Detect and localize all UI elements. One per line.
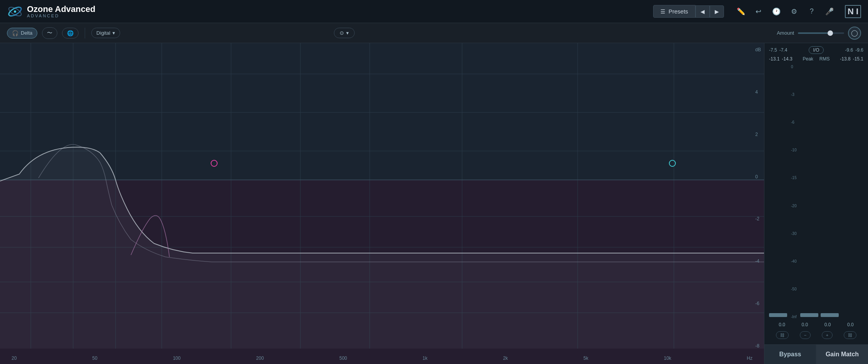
left-rms-2: -14.3 [782,56,792,62]
link-mid-minus[interactable]: − [800,331,811,339]
link-row: ⛓ − + ⛓ [767,329,865,341]
presets-area: ☰ Presets ◀ ▶ [653,5,724,18]
dropdown-arrow-icon: ▾ [112,30,115,36]
gain-match-button[interactable]: Gain Match [816,345,868,364]
globe-button[interactable]: 🌐 [62,28,79,39]
fader-val-1: 0.0 [779,322,785,327]
db-scale-n6: -6 [791,120,796,124]
right-peak-1: -9.6 [845,47,853,53]
waveform-button[interactable]: 〜 [42,27,57,39]
db-label-0: 0 [755,174,761,179]
eq-canvas [0,43,764,364]
digital-mode-button[interactable]: Digital ▾ [91,28,120,38]
fader-in-left[interactable] [769,313,787,317]
db-label-n2: -2 [755,216,761,221]
next-preset-button[interactable]: ▶ [710,5,724,18]
io-header: -7.5 -7.4 I/O -9.6 -9.6 [767,46,865,54]
amount-area: Amount ◯ [777,27,861,40]
right-peak-2: -9.6 [855,47,863,53]
bypass-button[interactable]: Bypass [764,345,816,364]
headphones-icon: 🎧 [12,30,18,36]
monitor-button[interactable]: ◯ [848,27,861,40]
hamburger-icon: ☰ [660,8,665,15]
ni-logo: N I [845,5,861,18]
db-scale-inf: -Inf [791,315,796,319]
left-rms-1: -13.1 [769,56,779,62]
globe-icon: 🌐 [67,30,74,36]
prev-preset-button[interactable]: ◀ [695,5,710,18]
stereo-link-button[interactable]: ⊙ ▾ [334,28,355,38]
db-label-n8: -8 [755,343,761,349]
rms-label: RMS [819,56,830,62]
db-label-n6: -6 [755,301,761,306]
amount-label: Amount [777,30,794,36]
hz-20: 20 [12,356,17,361]
delta-button[interactable]: 🎧 Delta [7,28,37,39]
link-left-button[interactable]: ⛓ [776,331,789,339]
stereo-dropdown-icon: ▾ [346,30,349,36]
history-icon[interactable]: 🕐 [771,7,782,16]
mic-icon[interactable]: 🎤 [824,7,835,16]
left-peak-2: -7.4 [779,47,788,53]
right-rms-vals: -13.8 -15.1 [840,56,863,62]
hz-500: 500 [339,356,347,361]
fader-values: 0.0 0.0 0.0 0.0 [767,320,865,329]
amount-slider-thumb[interactable] [828,30,833,36]
db-scale-n50: -50 [791,287,796,291]
mode-label: Digital [96,30,110,36]
settings-icon[interactable]: ⚙ [789,7,799,16]
right-peak-vals: -9.6 -9.6 [845,47,863,53]
link-right-button[interactable]: ⛓ [844,331,856,339]
bottom-buttons: Bypass Gain Match [764,344,868,364]
amount-slider[interactable] [798,32,844,34]
meters-container: 0 -3 -6 -10 -15 -20 -30 -40 -50 -Inf [767,63,865,320]
hz-50: 50 [92,356,97,361]
db-scale-n15: -15 [791,176,796,180]
db-label-unit: dB [755,47,761,52]
hz-2k: 2k [503,356,508,361]
db-label-2: 2 [755,132,761,137]
pencil-icon[interactable]: ✏️ [736,7,746,16]
left-rms-vals: -13.1 -14.3 [769,56,793,62]
db-scale: 0 -3 -6 -10 -15 -20 -30 -40 -50 -Inf [789,65,798,319]
fader-out-right[interactable] [821,313,839,317]
fader-val-4: 0.0 [847,322,854,327]
hz-100: 100 [173,356,181,361]
help-icon[interactable]: ? [806,7,817,15]
link-mid-plus[interactable]: + [822,331,833,339]
undo-icon[interactable]: ↩ [753,7,764,16]
top-icons: ✏️ ↩ 🕐 ⚙ ? 🎤 N I [736,5,861,18]
db-labels: dB 4 2 0 -2 -4 -6 -8 [755,43,761,364]
fader-val-3: 0.0 [824,322,831,327]
eq-point-pink[interactable] [211,160,218,167]
left-peak-1: -7.5 [769,47,777,53]
left-peak-vals: -7.5 -7.4 [769,47,787,53]
amount-slider-fill [798,32,830,34]
ozone-logo-icon [7,3,23,20]
right-panel: -7.5 -7.4 I/O -9.6 -9.6 -13.1 -14.3 Peak… [764,43,868,364]
top-bar: Ozone Advanced ADVANCED ☰ Presets ◀ ▶ ✏️… [0,0,868,23]
db-scale-n3: -3 [791,92,796,97]
db-label-4: 4 [755,89,761,95]
right-output-meters [821,65,839,319]
hz-unit: Hz [747,356,752,361]
io-selector[interactable]: I/O [809,46,823,54]
mid-meters [800,65,818,319]
left-input-meters [769,65,787,319]
eq-area: dB 4 2 0 -2 -4 -6 -8 20 50 100 200 500 1… [0,43,764,364]
eq-point-cyan[interactable] [669,160,676,167]
svg-point-2 [14,10,16,13]
db-scale-n40: -40 [791,259,796,263]
db-scale-n30: -30 [791,231,796,236]
db-scale-n10: -10 [791,148,796,152]
hz-1k: 1k [422,356,427,361]
hz-200: 200 [256,356,264,361]
fader-val-2: 0.0 [802,322,808,327]
right-rms-2: -15.1 [853,56,863,62]
presets-button[interactable]: ☰ Presets [653,5,695,18]
monitor-icon: ◯ [851,29,858,37]
hz-labels: 20 50 100 200 500 1k 2k 5k 10k Hz [0,356,764,361]
fader-mid[interactable] [800,313,818,317]
delta-label: Delta [21,30,32,36]
logo-area: Ozone Advanced ADVANCED [7,3,96,20]
